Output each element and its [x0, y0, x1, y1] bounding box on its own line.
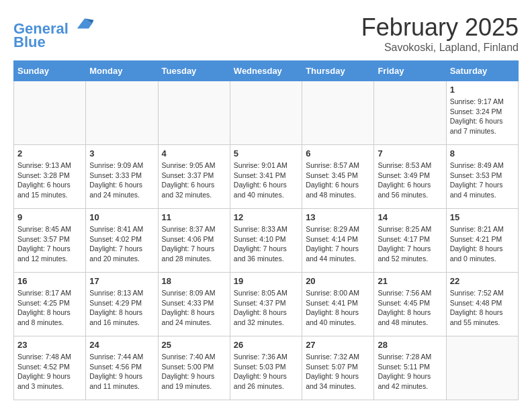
day-info: Sunrise: 8:09 AM Sunset: 4:33 PM Dayligh…	[162, 288, 226, 328]
day-number: 7	[378, 148, 442, 158]
day-number: 4	[162, 148, 226, 158]
calendar-cell: 19Sunrise: 8:05 AM Sunset: 4:37 PM Dayli…	[230, 273, 302, 336]
day-info: Sunrise: 7:48 AM Sunset: 4:52 PM Dayligh…	[17, 352, 82, 392]
day-info: Sunrise: 7:44 AM Sunset: 4:56 PM Dayligh…	[89, 352, 154, 392]
day-info: Sunrise: 7:52 AM Sunset: 4:48 PM Dayligh…	[450, 288, 515, 328]
weekday-header-tuesday: Tuesday	[158, 61, 230, 81]
calendar-cell: 8Sunrise: 8:49 AM Sunset: 3:53 PM Daylig…	[446, 145, 518, 209]
calendar-cell: 1Sunrise: 9:17 AM Sunset: 3:24 PM Daylig…	[446, 81, 518, 145]
calendar-cell: 4Sunrise: 9:05 AM Sunset: 3:37 PM Daylig…	[158, 145, 230, 209]
month-title: February 2025	[361, 13, 519, 42]
day-number: 21	[378, 276, 442, 286]
day-number: 19	[234, 276, 298, 286]
calendar-cell: 22Sunrise: 7:52 AM Sunset: 4:48 PM Dayli…	[446, 273, 518, 336]
weekday-header-saturday: Saturday	[446, 61, 518, 81]
calendar-cell: 20Sunrise: 8:00 AM Sunset: 4:41 PM Dayli…	[302, 273, 374, 336]
day-number: 11	[162, 212, 226, 222]
week-row-3: 9Sunrise: 8:45 AM Sunset: 3:57 PM Daylig…	[14, 209, 519, 273]
day-number: 26	[234, 340, 298, 350]
calendar-cell: 28Sunrise: 7:28 AM Sunset: 5:11 PM Dayli…	[374, 336, 446, 400]
calendar-cell: 21Sunrise: 7:56 AM Sunset: 4:45 PM Dayli…	[374, 273, 446, 336]
day-number: 27	[306, 340, 370, 350]
day-info: Sunrise: 8:45 AM Sunset: 3:57 PM Dayligh…	[17, 224, 82, 264]
day-info: Sunrise: 8:33 AM Sunset: 4:10 PM Dayligh…	[234, 224, 298, 264]
day-number: 9	[17, 212, 82, 222]
day-number: 3	[89, 148, 154, 158]
day-info: Sunrise: 8:41 AM Sunset: 4:02 PM Dayligh…	[89, 224, 154, 264]
day-info: Sunrise: 7:36 AM Sunset: 5:03 PM Dayligh…	[234, 352, 298, 392]
day-info: Sunrise: 8:49 AM Sunset: 3:53 PM Dayligh…	[450, 161, 515, 200]
calendar-cell: 2Sunrise: 9:13 AM Sunset: 3:28 PM Daylig…	[14, 145, 86, 209]
weekday-header-friday: Friday	[374, 61, 446, 81]
location: Savokoski, Lapland, Finland	[361, 42, 519, 54]
calendar-cell: 17Sunrise: 8:13 AM Sunset: 4:29 PM Dayli…	[86, 273, 158, 336]
calendar-cell	[302, 81, 374, 145]
day-number: 20	[306, 276, 370, 286]
weekday-header-wednesday: Wednesday	[230, 61, 302, 81]
day-info: Sunrise: 8:21 AM Sunset: 4:21 PM Dayligh…	[450, 224, 515, 264]
day-info: Sunrise: 9:05 AM Sunset: 3:37 PM Dayligh…	[162, 161, 226, 200]
day-number: 22	[450, 276, 515, 286]
week-row-1: 1Sunrise: 9:17 AM Sunset: 3:24 PM Daylig…	[14, 81, 519, 145]
day-info: Sunrise: 8:57 AM Sunset: 3:45 PM Dayligh…	[306, 161, 370, 200]
logo: General Blue	[13, 13, 95, 51]
day-info: Sunrise: 8:05 AM Sunset: 4:37 PM Dayligh…	[234, 288, 298, 328]
calendar-cell: 15Sunrise: 8:21 AM Sunset: 4:21 PM Dayli…	[446, 209, 518, 273]
calendar-table: SundayMondayTuesdayWednesdayThursdayFrid…	[13, 60, 519, 400]
calendar-cell	[14, 81, 86, 145]
day-number: 15	[450, 212, 515, 222]
calendar-cell	[230, 81, 302, 145]
day-number: 8	[450, 148, 515, 158]
day-number: 18	[162, 276, 226, 286]
calendar-cell: 11Sunrise: 8:37 AM Sunset: 4:06 PM Dayli…	[158, 209, 230, 273]
day-number: 24	[89, 340, 154, 350]
calendar-cell: 3Sunrise: 9:09 AM Sunset: 3:33 PM Daylig…	[86, 145, 158, 209]
calendar-cell: 27Sunrise: 7:32 AM Sunset: 5:07 PM Dayli…	[302, 336, 374, 400]
day-info: Sunrise: 8:37 AM Sunset: 4:06 PM Dayligh…	[162, 224, 226, 264]
calendar-cell: 26Sunrise: 7:36 AM Sunset: 5:03 PM Dayli…	[230, 336, 302, 400]
calendar-cell: 18Sunrise: 8:09 AM Sunset: 4:33 PM Dayli…	[158, 273, 230, 336]
week-row-4: 16Sunrise: 8:17 AM Sunset: 4:25 PM Dayli…	[14, 273, 519, 336]
calendar-cell	[374, 81, 446, 145]
day-number: 1	[450, 85, 515, 95]
calendar-cell: 13Sunrise: 8:29 AM Sunset: 4:14 PM Dayli…	[302, 209, 374, 273]
calendar-cell	[86, 81, 158, 145]
calendar-cell	[158, 81, 230, 145]
day-number: 12	[234, 212, 298, 222]
weekday-header-monday: Monday	[86, 61, 158, 81]
calendar-cell: 10Sunrise: 8:41 AM Sunset: 4:02 PM Dayli…	[86, 209, 158, 273]
day-number: 5	[234, 148, 298, 158]
day-info: Sunrise: 7:56 AM Sunset: 4:45 PM Dayligh…	[378, 288, 442, 328]
calendar-cell: 24Sunrise: 7:44 AM Sunset: 4:56 PM Dayli…	[86, 336, 158, 400]
day-number: 10	[89, 212, 154, 222]
week-row-5: 23Sunrise: 7:48 AM Sunset: 4:52 PM Dayli…	[14, 336, 519, 400]
day-number: 23	[17, 340, 82, 350]
day-info: Sunrise: 8:53 AM Sunset: 3:49 PM Dayligh…	[378, 161, 442, 200]
day-number: 6	[306, 148, 370, 158]
day-number: 28	[378, 340, 442, 350]
day-info: Sunrise: 8:17 AM Sunset: 4:25 PM Dayligh…	[17, 288, 82, 328]
calendar-cell: 5Sunrise: 9:01 AM Sunset: 3:41 PM Daylig…	[230, 145, 302, 209]
day-info: Sunrise: 8:25 AM Sunset: 4:17 PM Dayligh…	[378, 224, 442, 264]
week-row-2: 2Sunrise: 9:13 AM Sunset: 3:28 PM Daylig…	[14, 145, 519, 209]
calendar-cell: 6Sunrise: 8:57 AM Sunset: 3:45 PM Daylig…	[302, 145, 374, 209]
day-info: Sunrise: 9:01 AM Sunset: 3:41 PM Dayligh…	[234, 161, 298, 200]
calendar-cell: 7Sunrise: 8:53 AM Sunset: 3:49 PM Daylig…	[374, 145, 446, 209]
calendar-cell	[446, 336, 518, 400]
calendar-cell: 14Sunrise: 8:25 AM Sunset: 4:17 PM Dayli…	[374, 209, 446, 273]
calendar-cell: 9Sunrise: 8:45 AM Sunset: 3:57 PM Daylig…	[14, 209, 86, 273]
day-info: Sunrise: 8:29 AM Sunset: 4:14 PM Dayligh…	[306, 224, 370, 264]
calendar-cell: 12Sunrise: 8:33 AM Sunset: 4:10 PM Dayli…	[230, 209, 302, 273]
weekday-header-thursday: Thursday	[302, 61, 374, 81]
day-info: Sunrise: 7:40 AM Sunset: 5:00 PM Dayligh…	[162, 352, 226, 392]
day-number: 17	[89, 276, 154, 286]
logo-icon	[75, 13, 95, 34]
title-section: February 2025 Savokoski, Lapland, Finlan…	[361, 13, 519, 54]
weekday-header-row: SundayMondayTuesdayWednesdayThursdayFrid…	[14, 61, 519, 81]
weekday-header-sunday: Sunday	[14, 61, 86, 81]
day-info: Sunrise: 8:00 AM Sunset: 4:41 PM Dayligh…	[306, 288, 370, 328]
day-number: 13	[306, 212, 370, 222]
day-info: Sunrise: 9:13 AM Sunset: 3:28 PM Dayligh…	[17, 161, 82, 200]
day-number: 16	[17, 276, 82, 286]
day-info: Sunrise: 9:09 AM Sunset: 3:33 PM Dayligh…	[89, 161, 154, 200]
